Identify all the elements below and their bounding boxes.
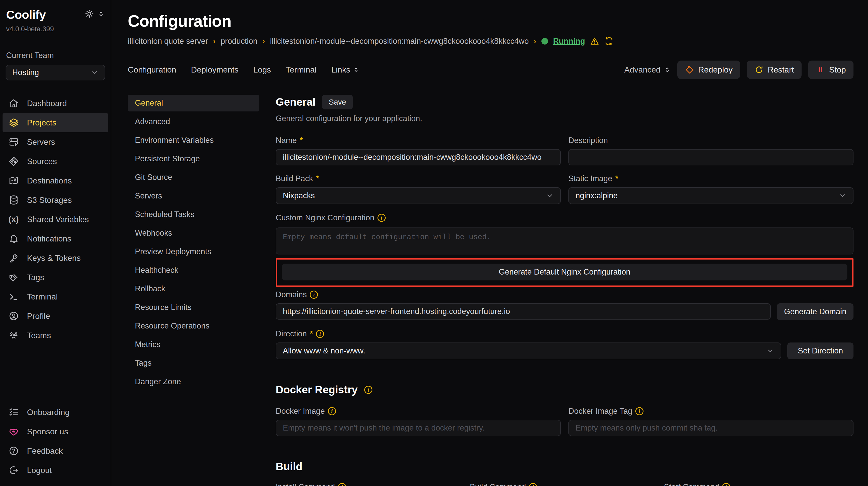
- direction-value: Allow www & non-www.: [283, 346, 365, 355]
- required-marker: *: [615, 174, 618, 183]
- set-direction-button[interactable]: Set Direction: [787, 343, 854, 359]
- generate-domain-button[interactable]: Generate Domain: [777, 303, 854, 320]
- submenu-tags[interactable]: Tags: [128, 355, 259, 371]
- tab-deployments[interactable]: Deployments: [191, 65, 239, 74]
- save-button[interactable]: Save: [322, 95, 352, 109]
- chevron-up-down-icon: [663, 66, 671, 73]
- submenu-healthcheck[interactable]: Healthcheck: [128, 262, 259, 279]
- tab-terminal[interactable]: Terminal: [286, 65, 316, 74]
- sidebar-item-dashboard[interactable]: Dashboard: [3, 94, 108, 113]
- sidebar-item-destinations[interactable]: Destinations: [3, 171, 108, 190]
- sidebar-item-keys-tokens[interactable]: Keys & Tokens: [3, 248, 108, 268]
- submenu-persistent-storage[interactable]: Persistent Storage: [128, 150, 259, 167]
- sidebar-item-onboarding[interactable]: Onboarding: [3, 402, 108, 422]
- highlight-box: Generate Default Nginx Configuration: [276, 258, 854, 287]
- docker-image-label: Docker Imagei: [276, 407, 561, 416]
- config-submenu: General Advanced Environment Variables P…: [128, 95, 259, 486]
- sidebar-item-sponsor[interactable]: Sponsor us: [3, 422, 108, 441]
- sidebar-item-feedback[interactable]: Feedback: [3, 441, 108, 460]
- submenu-general[interactable]: General: [128, 95, 259, 111]
- page-title: Configuration: [128, 12, 854, 31]
- sidebar-item-teams[interactable]: Teams: [3, 326, 108, 345]
- chevron-up-down-icon: [353, 66, 360, 73]
- sidebar-item-sources[interactable]: Sources: [3, 152, 108, 171]
- submenu-resource-limits[interactable]: Resource Limits: [128, 299, 259, 316]
- refresh-status-icon[interactable]: [604, 37, 614, 46]
- sidebar-item-notifications[interactable]: Notifications: [3, 229, 108, 248]
- toolbar: Configuration Deployments Logs Terminal …: [128, 61, 854, 79]
- docker-image-tag-input[interactable]: [568, 420, 854, 436]
- tab-bar: Configuration Deployments Logs Terminal …: [128, 65, 360, 74]
- name-input[interactable]: [276, 149, 561, 165]
- static-image-select[interactable]: nginx:alpine: [568, 187, 854, 204]
- sidebar-item-tags[interactable]: Tags: [3, 268, 108, 287]
- custom-nginx-textarea[interactable]: [276, 227, 854, 254]
- generate-nginx-button[interactable]: Generate Default Nginx Configuration: [282, 264, 847, 281]
- redeploy-label: Redeploy: [698, 65, 733, 74]
- static-image-label: Static Image*: [568, 174, 854, 183]
- breadcrumb-separator: ›: [213, 37, 215, 45]
- help-circle-icon: [9, 446, 19, 456]
- description-input[interactable]: [568, 149, 854, 165]
- section-description: General configuration for your applicati…: [276, 114, 854, 123]
- submenu-resource-operations[interactable]: Resource Operations: [128, 318, 259, 334]
- docker-image-tag-label: Docker Image Tagi: [568, 407, 854, 416]
- status-link[interactable]: Running: [553, 37, 585, 46]
- sidebar-item-label: Teams: [27, 331, 51, 340]
- tab-logs[interactable]: Logs: [253, 65, 271, 74]
- domains-input[interactable]: [276, 303, 771, 320]
- docker-image-input[interactable]: [276, 420, 561, 436]
- restart-label: Restart: [768, 65, 794, 74]
- sidebar-item-s3-storages[interactable]: S3 Storages: [3, 190, 108, 210]
- install-command-label: Install Commandi: [276, 482, 465, 486]
- theme-switcher[interactable]: [85, 9, 104, 19]
- sidebar-item-label: Dashboard: [27, 99, 67, 108]
- sidebar-item-label: Onboarding: [27, 408, 69, 417]
- sidebar-item-label: Destinations: [27, 176, 72, 186]
- tab-links[interactable]: Links: [331, 65, 360, 74]
- start-command-label: Start Commandi: [664, 482, 854, 486]
- submenu-scheduled-tasks[interactable]: Scheduled Tasks: [128, 206, 259, 223]
- sidebar-item-logout[interactable]: Logout: [3, 460, 108, 480]
- sidebar-item-projects[interactable]: Projects: [3, 113, 108, 132]
- submenu-advanced[interactable]: Advanced: [128, 113, 259, 130]
- parentheses-x-icon: (x): [9, 214, 19, 224]
- stop-button[interactable]: Stop: [808, 61, 854, 79]
- breadcrumb-project[interactable]: illicitonion quote server: [128, 37, 208, 46]
- map-icon: [9, 175, 19, 186]
- submenu-preview-deployments[interactable]: Preview Deployments: [128, 243, 259, 260]
- chevron-down-icon: [839, 192, 846, 199]
- sidebar-item-terminal[interactable]: Terminal: [3, 287, 108, 306]
- build-pack-select[interactable]: Nixpacks: [276, 187, 561, 204]
- tab-configuration[interactable]: Configuration: [128, 65, 176, 74]
- section-title-docker-registry: Docker Registry: [276, 384, 358, 396]
- redeploy-button[interactable]: Redeploy: [677, 61, 740, 79]
- logout-icon: [9, 465, 19, 475]
- direction-select[interactable]: Allow www & non-www.: [276, 343, 781, 359]
- breadcrumb-resource[interactable]: illicitestonion/-module--decomposition:m…: [270, 37, 529, 46]
- submenu-rollback[interactable]: Rollback: [128, 281, 259, 297]
- info-icon: i: [364, 386, 372, 394]
- submenu-webhooks[interactable]: Webhooks: [128, 225, 259, 241]
- restart-button[interactable]: Restart: [747, 61, 802, 79]
- sidebar-item-profile[interactable]: Profile: [3, 306, 108, 326]
- sidebar-item-label: Sponsor us: [27, 427, 68, 436]
- sidebar-item-label: Logout: [27, 466, 52, 475]
- submenu-git-source[interactable]: Git Source: [128, 169, 259, 186]
- name-label: Name*: [276, 136, 561, 145]
- tags-icon: [9, 272, 19, 283]
- submenu-metrics[interactable]: Metrics: [128, 336, 259, 353]
- team-select[interactable]: Hosting: [6, 65, 105, 80]
- sidebar-item-label: Tags: [27, 273, 44, 282]
- submenu-danger-zone[interactable]: Danger Zone: [128, 373, 259, 390]
- sidebar-item-servers[interactable]: Servers: [3, 132, 108, 152]
- sidebar-item-shared-variables[interactable]: (x) Shared Variables: [3, 210, 108, 229]
- submenu-environment-variables[interactable]: Environment Variables: [128, 132, 259, 149]
- breadcrumb-environment[interactable]: production: [221, 37, 257, 46]
- general-form: General Save General configuration for y…: [276, 95, 854, 486]
- user-circle-icon: [9, 311, 19, 321]
- advanced-dropdown[interactable]: Advanced: [624, 65, 671, 74]
- submenu-servers[interactable]: Servers: [128, 188, 259, 204]
- advanced-label: Advanced: [624, 65, 660, 74]
- sidebar-item-label: Projects: [27, 118, 57, 128]
